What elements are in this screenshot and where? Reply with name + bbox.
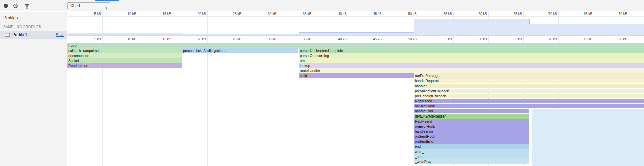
- ruler-tick-label: 80 kB: [600, 12, 627, 16]
- flame-row: Readable.onlookup: [67, 63, 644, 68]
- flame-bar[interactable]: onconnection: [67, 53, 182, 58]
- ruler-tick-label: 15 kB: [144, 37, 171, 41]
- ruler-tick-label: 25 kB: [215, 37, 241, 41]
- ruler-tick-label: 60 kB: [460, 37, 487, 41]
- flame-chart-area: 5 kB10 kB15 kB20 kB25 kB30 kB35 kB40 kB4…: [67, 11, 644, 166]
- ruler-tick-label: 30 kB: [250, 12, 276, 16]
- clear-icon: [13, 3, 18, 8]
- flame-bar[interactable]: preHandlerCallback: [414, 94, 644, 98]
- flame-row: childrunPreParsing: [67, 73, 644, 78]
- sidebar: Profiles SAMPLING PROFILES Profile 1 Sav…: [0, 12, 67, 166]
- flame-bar[interactable]: handler: [414, 84, 644, 88]
- trash-icon: [24, 3, 30, 9]
- profile-item[interactable]: Profile 1 Save: [0, 31, 67, 39]
- flame-bar[interactable]: callbackTrampoline: [67, 48, 182, 53]
- ruler-tick-label: 5 kB: [74, 37, 101, 41]
- clear-profiles-button[interactable]: [11, 0, 20, 11]
- flame-bar[interactable]: lookup: [299, 63, 644, 68]
- flame-bar[interactable]: processTicksAndRejections: [182, 48, 298, 53]
- ruler-tick-label: 70 kB: [530, 37, 557, 41]
- flame-row: Socketemit: [67, 58, 644, 63]
- ruler-tick-label: 65 kB: [495, 12, 522, 16]
- save-link[interactable]: Save: [56, 33, 64, 37]
- ruler-tick-label: 50 kB: [390, 37, 417, 41]
- ruler-tick-label: 60 kB: [460, 12, 487, 16]
- ruler-tick-label: 40 kB: [320, 12, 347, 16]
- flame-row: handler: [67, 84, 644, 89]
- flame-bar[interactable]: routeHandler: [299, 68, 644, 73]
- flame-bar[interactable]: child: [299, 73, 414, 78]
- flame-bar[interactable]: Socket: [67, 58, 182, 63]
- ruler-tick-label: 75 kB: [565, 37, 592, 41]
- flame-row: routeHandler: [67, 68, 644, 73]
- ruler-tick-label: 10 kB: [109, 37, 136, 41]
- ruler-tick-label: 5 kB: [74, 12, 101, 16]
- profile-icon: [5, 32, 10, 37]
- flame-bar[interactable]: defaultErrorHandler: [414, 114, 529, 119]
- ruler-tick-label: 35 kB: [285, 12, 311, 16]
- flame-bar[interactable]: onSendEnd: [414, 139, 529, 144]
- flame-bar[interactable]: preValidationCallback: [414, 89, 644, 93]
- ruler-tick-label: 20 kB: [179, 37, 206, 41]
- flame-bar[interactable]: onSendHook: [414, 134, 529, 139]
- chevron-down-icon: ▼: [105, 5, 108, 11]
- record-icon: [4, 4, 8, 8]
- heap-profiler-panel: Chart ▼ Profiles SAMPLING PROFILES Profi…: [0, 0, 644, 166]
- ruler-tick-label: 70 kB: [530, 12, 557, 16]
- ruler-tick-label: 50 kB: [390, 12, 417, 16]
- ruler-tick-label: 20 kB: [179, 12, 206, 16]
- ruler-tick-label: 10 kB: [109, 12, 136, 16]
- ruler-tick-label: 25 kB: [215, 12, 241, 16]
- flame-row: Reply.send: [67, 99, 644, 104]
- flame-row: handleRequest: [67, 78, 644, 84]
- flame-row: callbackTrampolineprocessTicksAndRejecti…: [67, 48, 644, 53]
- ruler-tick-label: 45 kB: [355, 12, 382, 16]
- flame-bar[interactable]: write_: [414, 149, 529, 154]
- flame-bar[interactable]: handleRequest: [414, 78, 644, 83]
- ruler-tick-label: 40 kB: [320, 37, 347, 41]
- memory-overview-timeline[interactable]: [67, 17, 644, 35]
- adjacent-callstack-region[interactable]: [532, 109, 644, 166]
- flame-bar[interactable]: end: [414, 144, 529, 149]
- flame-bar[interactable]: Readable.on: [67, 63, 182, 68]
- flame-row: (root): [67, 43, 644, 48]
- flame-bar[interactable]: emit: [299, 58, 644, 63]
- flame-bar[interactable]: Reply.send: [414, 119, 529, 124]
- ruler-tick-label: 35 kB: [285, 37, 311, 41]
- ruler-tick-label: 80 kB: [600, 37, 627, 41]
- delete-profile-button[interactable]: [22, 0, 32, 11]
- flame-rows: (root)callbackTrampolineprocessTicksAndR…: [67, 43, 644, 166]
- flame-bar[interactable]: handleError: [414, 109, 529, 113]
- view-mode-value: Chart: [70, 3, 80, 8]
- record-button[interactable]: [1, 0, 10, 11]
- flame-row: onErrorHook: [67, 104, 644, 109]
- ruler-tick-label: 55 kB: [425, 12, 452, 16]
- active-tab-indicator: [95, 0, 119, 1]
- sampling-profiles-header: SAMPLING PROFILES: [0, 24, 67, 31]
- flame-row: onconnectionparserOnIncoming: [67, 53, 644, 58]
- flame-bar[interactable]: onErrorHook: [414, 124, 529, 129]
- flame-bar[interactable]: (root): [67, 43, 644, 48]
- profile-name: Profile 1: [12, 32, 56, 37]
- ruler-tick-label: 15 kB: [144, 12, 171, 16]
- flame-row: preHandlerCallback: [67, 94, 644, 99]
- ruler-tick-label: 45 kB: [355, 37, 382, 41]
- overview-ruler: 5 kB10 kB15 kB20 kB25 kB30 kB35 kB40 kB4…: [67, 11, 644, 17]
- flame-bar[interactable]: onErrorHook: [414, 104, 644, 108]
- flame-bar[interactable]: parserOnIncoming: [299, 53, 644, 58]
- flame-bar[interactable]: runPreParsing: [414, 73, 644, 78]
- ruler-tick-label: 65 kB: [495, 37, 522, 41]
- flame-bar[interactable]: _writeRaw: [414, 159, 529, 164]
- sidebar-title: Profiles: [0, 12, 67, 24]
- ruler-tick-label: 55 kB: [425, 37, 452, 41]
- flame-bar[interactable]: _send: [414, 154, 529, 159]
- ruler-tick-label: 75 kB: [565, 12, 592, 16]
- flame-bar[interactable]: parserOnHeadersComplete: [299, 48, 644, 53]
- flame-row: preValidationCallback: [67, 89, 644, 94]
- overview-area-chart: [67, 17, 644, 35]
- view-mode-select[interactable]: Chart ▼: [67, 2, 110, 9]
- ruler-tick-label: 30 kB: [250, 37, 276, 41]
- toolbar: Chart ▼: [0, 0, 644, 11]
- flame-bar[interactable]: Reply.send: [414, 99, 644, 103]
- flame-bar[interactable]: handleError: [414, 129, 529, 134]
